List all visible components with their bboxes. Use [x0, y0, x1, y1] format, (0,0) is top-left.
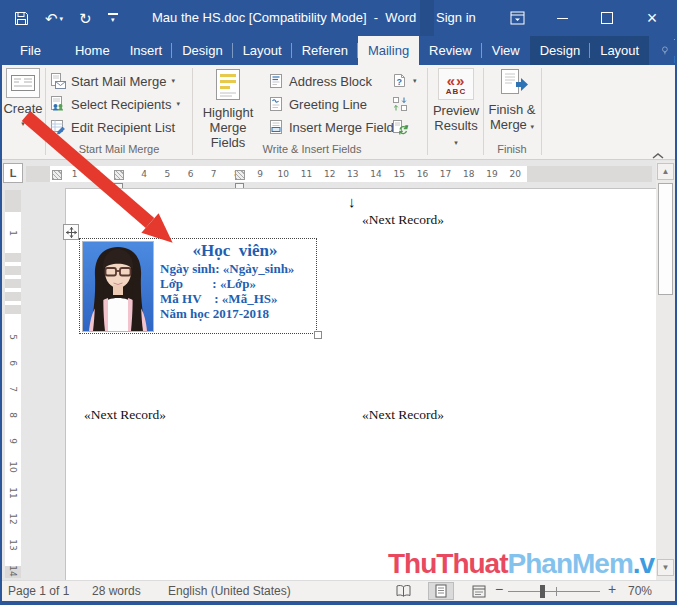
table-column-marker-icon[interactable]: [52, 170, 62, 180]
table-column-marker-icon[interactable]: [235, 170, 245, 180]
tab-review[interactable]: Review: [419, 36, 482, 65]
group-divider: [45, 68, 46, 155]
close-button[interactable]: ×: [635, 0, 669, 36]
read-mode-button[interactable]: [390, 582, 416, 600]
ribbon-tab-bar: File Home Insert Design Layout Referen M…: [0, 36, 677, 65]
tab-layout-contextual[interactable]: Layout: [590, 36, 649, 65]
tab-design-contextual[interactable]: Design: [530, 36, 590, 65]
card-line-birth: Ngày sinh: «Ngày_sinh»: [160, 261, 294, 277]
match-fields-button[interactable]: [392, 93, 408, 115]
rules-icon: ?: [392, 73, 408, 89]
zoom-slider-track[interactable]: [508, 591, 600, 592]
ruler-number: 11: [0, 485, 26, 501]
start-mail-merge-label: Start Mail Merge: [71, 74, 166, 89]
greeting-line-label: Greeting Line: [289, 97, 367, 112]
minimize-button[interactable]: [545, 0, 579, 36]
ruler-number: 12: [318, 166, 341, 182]
scroll-up-icon[interactable]: ▲: [657, 163, 674, 180]
status-bar: Page 1 of 1 28 words English (United Sta…: [0, 580, 677, 601]
table-move-handle-icon[interactable]: [63, 224, 79, 240]
window-title: Mau the HS.doc [Compatibility Mode] - Wo…: [152, 0, 416, 36]
vertical-ruler-numbers: 1567891011121314: [5, 220, 21, 584]
start-mail-merge-button[interactable]: Start Mail Merge ▾: [50, 70, 175, 92]
preview-results-button[interactable]: «»ABC Preview Results ▾: [431, 68, 481, 150]
title-bar: ↶▾ ↻ ▾ Mau the HS.doc [Compatibility Mod…: [0, 0, 677, 36]
address-block-button[interactable]: Address Block: [268, 70, 372, 92]
maximize-icon: [601, 12, 613, 24]
zoom-level[interactable]: 70%: [628, 581, 652, 601]
tab-file[interactable]: File: [10, 36, 51, 65]
ribbon-display-options-icon[interactable]: [500, 0, 534, 36]
horizontal-ruler[interactable]: 124567891011121314151617181920: [26, 166, 652, 182]
finish-merge-label-2: Merge ▾: [490, 117, 534, 134]
ruler-number: 5: [156, 166, 179, 182]
finish-merge-button[interactable]: Finish & Merge ▾: [487, 68, 537, 134]
student-photo[interactable]: [82, 241, 154, 332]
sign-in-link[interactable]: Sign in: [436, 0, 476, 36]
undo-caret-icon[interactable]: ▾: [60, 15, 64, 22]
undo-icon[interactable]: ↶▾: [45, 11, 63, 26]
save-icon[interactable]: [14, 11, 29, 26]
ruler-number: 8: [0, 407, 26, 423]
page-indicator[interactable]: Page 1 of 1: [8, 581, 69, 601]
tab-layout[interactable]: Layout: [233, 36, 292, 65]
read-mode-icon: [396, 585, 411, 597]
ruler-number: 4: [133, 166, 156, 182]
zoom-in-icon[interactable]: +: [608, 579, 616, 599]
maximize-button[interactable]: [590, 0, 624, 36]
select-recipients-button[interactable]: Select Recipients ▾: [50, 93, 180, 115]
vertical-ruler[interactable]: 1567891011121314: [5, 190, 21, 578]
greeting-line-button[interactable]: Greeting Line: [268, 93, 367, 115]
table-column-marker-icon[interactable]: [114, 170, 124, 180]
customize-qat-icon[interactable]: ▾: [108, 13, 118, 24]
tab-view[interactable]: View: [482, 36, 530, 65]
card-line-class: Lớp : «Lớp»: [160, 276, 256, 292]
group-divider: [541, 68, 542, 155]
redo-icon[interactable]: ↻: [79, 11, 92, 26]
vertical-scrollbar[interactable]: ▲ ▼: [656, 161, 675, 580]
lightbulb-icon: [661, 43, 669, 58]
highlight-merge-fields-button[interactable]: Highlight Merge Fields: [196, 68, 260, 150]
scroll-down-icon[interactable]: ▼: [657, 559, 674, 576]
tab-selector[interactable]: L: [3, 163, 23, 183]
ruler-number: 1: [63, 166, 86, 182]
rules-button[interactable]: ? ▾: [392, 70, 417, 92]
ruler-number: 13: [341, 166, 364, 182]
tab-insert[interactable]: Insert: [120, 36, 173, 65]
word-count[interactable]: 28 words: [92, 581, 141, 601]
select-recipients-label: Select Recipients: [71, 97, 171, 112]
ruler-number: [0, 303, 26, 319]
web-layout-icon: [472, 585, 486, 598]
start-mail-merge-icon: [50, 73, 66, 89]
table-resize-handle[interactable]: [314, 331, 322, 339]
ruler-number: 13: [0, 537, 26, 553]
print-layout-button[interactable]: [428, 582, 454, 600]
ruler-number: 1: [0, 225, 26, 241]
update-labels-button[interactable]: [392, 116, 408, 138]
tab-design[interactable]: Design: [172, 36, 232, 65]
watermark: ThuThuatPhanMem.vn: [388, 548, 670, 580]
horizontal-ruler-numbers: 124567891011121314151617181920: [63, 166, 527, 182]
ruler-number: 6: [179, 166, 202, 182]
ruler-number: 14: [0, 563, 26, 579]
next-record-field-top: «Next Record»: [362, 212, 444, 228]
zoom-slider-thumb[interactable]: [540, 585, 545, 598]
tab-home[interactable]: Home: [65, 36, 120, 65]
select-recipients-caret-icon: ▾: [176, 100, 180, 108]
scrollbar-thumb[interactable]: [658, 183, 673, 295]
edit-recipient-list-button[interactable]: Edit Recipient List: [50, 116, 175, 138]
tab-references[interactable]: Referen: [292, 36, 358, 65]
tab-mailing[interactable]: Mailing: [358, 36, 419, 65]
tell-me-button[interactable]: Tell me: [649, 36, 677, 65]
window-border-left: [0, 0, 2, 605]
insert-merge-field-button[interactable]: Insert Merge Field ▾: [268, 116, 408, 138]
select-recipients-icon: [50, 96, 66, 112]
ruler-number: 12: [0, 511, 26, 527]
language-indicator[interactable]: English (United States): [168, 581, 291, 601]
zoom-out-icon[interactable]: −: [495, 579, 503, 599]
create-button[interactable]: Create ▾: [2, 68, 44, 131]
highlight-merge-fields-label-1: Highlight: [203, 105, 254, 120]
card-line-id: Mã HV : «Mã_HS»: [160, 291, 277, 307]
web-layout-button[interactable]: [466, 582, 492, 600]
next-record-field-left: «Next Record»: [84, 407, 166, 423]
